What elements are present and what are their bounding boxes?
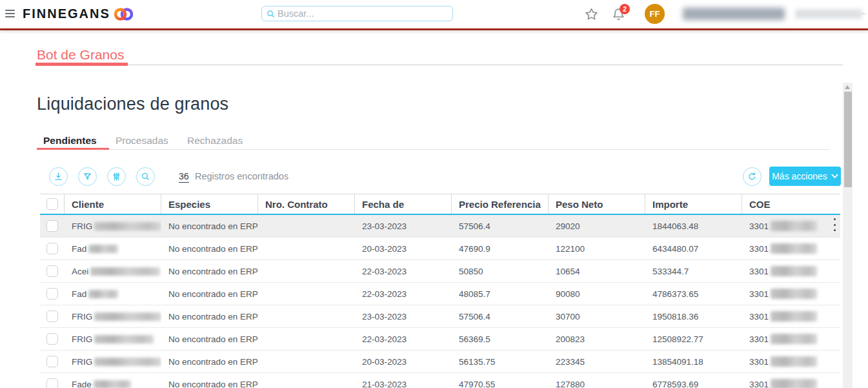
cell-cliente: Fad <box>65 238 161 260</box>
scrollbar-thumb[interactable] <box>844 92 852 187</box>
cell-fecha: 21-03-2023 <box>355 373 452 388</box>
row-checkbox[interactable] <box>46 333 58 345</box>
redacted-client-name <box>90 267 160 276</box>
cell-fecha: 20-03-2023 <box>355 351 452 373</box>
column-header-especies[interactable]: Especies <box>161 194 258 214</box>
redacted-company-name <box>683 8 785 20</box>
table-header-row: Cliente Especies Nro. Contrato Fecha de … <box>40 194 840 215</box>
cell-fecha: 23-03-2023 <box>355 215 452 237</box>
row-checkbox[interactable] <box>46 243 58 254</box>
row-checkbox[interactable] <box>46 311 58 322</box>
redacted-coe <box>771 356 817 367</box>
column-settings-button[interactable] <box>107 167 126 186</box>
cell-peso-neto: 30700 <box>549 305 645 327</box>
scrollbar-up-arrow-icon[interactable] <box>845 85 850 89</box>
vertical-scrollbar[interactable] <box>843 83 853 388</box>
cell-cliente: FRIG <box>65 328 161 350</box>
global-search <box>261 6 453 21</box>
tab-pendientes[interactable]: Pendientes <box>43 135 97 147</box>
cell-especies: No encontrado en ERP <box>161 283 258 305</box>
cell-fecha: 23-03-2023 <box>355 305 452 327</box>
table-row[interactable]: Fade No encontrado en ERP 21-03-2023 479… <box>40 373 840 388</box>
download-icon <box>53 171 64 182</box>
favorites-star-icon[interactable] <box>583 6 600 23</box>
more-actions-button[interactable]: Más acciones <box>769 167 841 186</box>
cell-importe: 6778593.69 <box>645 373 742 388</box>
table-row[interactable]: FRIG No encontrado en ERP 23-03-2023 575… <box>40 215 840 238</box>
cell-fecha: 22-03-2023 <box>355 283 452 305</box>
table-row[interactable]: FRIG No encontrado en ERP 23-03-2023 575… <box>40 305 840 328</box>
filter-button[interactable] <box>78 167 97 186</box>
more-actions-label: Más acciones <box>772 171 827 181</box>
row-checkbox[interactable] <box>46 288 58 300</box>
row-checkbox[interactable] <box>46 220 58 232</box>
filter-funnel-icon <box>82 171 93 182</box>
cell-peso-neto: 200823 <box>549 328 645 350</box>
tab-procesadas[interactable]: Procesadas <box>116 135 168 147</box>
cell-precio-referencia: 47690.9 <box>452 238 549 260</box>
header-divider-line <box>0 28 868 30</box>
redacted-client-name <box>94 358 161 366</box>
cell-coe: 3301 <box>742 215 840 237</box>
cell-importe: 4786373.65 <box>645 283 742 305</box>
column-header-importe[interactable]: Importe <box>645 194 742 214</box>
search-input[interactable] <box>278 8 449 19</box>
column-header-coe[interactable]: COE <box>742 194 840 214</box>
tabs-hairline <box>37 149 830 150</box>
cell-coe: 3301 <box>742 351 840 373</box>
table-row[interactable]: FRIG No encontrado en ERP 22-03-2023 563… <box>40 328 840 351</box>
hamburger-menu-icon[interactable] <box>5 10 15 18</box>
row-checkbox[interactable] <box>46 378 58 388</box>
cell-fecha: 22-03-2023 <box>355 260 452 282</box>
column-header-precio-referencia[interactable]: Precio Referencia <box>452 194 549 214</box>
cell-especies: No encontrado en ERP <box>161 328 258 350</box>
redacted-coe <box>771 221 817 231</box>
download-button[interactable] <box>49 167 68 186</box>
page-tab-bot-de-granos[interactable]: Bot de Granos <box>37 47 124 63</box>
cell-especies: No encontrado en ERP <box>161 238 258 260</box>
notification-count-badge: 2 <box>620 4 630 14</box>
cell-cliente: FRIG <box>65 215 161 237</box>
chevron-down-icon <box>831 174 838 179</box>
search-icon <box>140 171 151 182</box>
table-row[interactable]: Fad No encontrado en ERP 22-03-2023 4808… <box>40 283 840 305</box>
column-header-nro-contrato[interactable]: Nro. Contrato <box>258 194 355 214</box>
tab-rechazadas[interactable]: Rechazadas <box>187 135 243 147</box>
page-tab-active-underline <box>35 63 128 66</box>
cell-importe: 1950818.36 <box>645 305 742 327</box>
cell-peso-neto: 29020 <box>549 215 645 237</box>
cell-cliente: Fade <box>65 373 161 388</box>
cell-precio-referencia: 48085.7 <box>452 283 549 305</box>
cell-nro-contrato <box>258 215 355 237</box>
redacted-coe <box>771 334 817 344</box>
app-window: FINNEGANS <box>0 0 868 388</box>
table-row[interactable]: Acei No encontrado en ERP 22-03-2023 508… <box>40 260 840 283</box>
row-checkbox[interactable] <box>46 265 58 277</box>
cell-nro-contrato <box>258 305 355 327</box>
cell-importe: 13854091.18 <box>645 351 742 373</box>
select-all-checkbox[interactable] <box>46 198 58 210</box>
cell-coe: 3301 <box>742 283 840 305</box>
table-row[interactable]: FRIG No encontrado en ERP 20-03-2023 561… <box>40 351 840 373</box>
tab-active-underline <box>37 148 109 150</box>
cell-cliente: Acei <box>65 260 161 282</box>
table-row[interactable]: Fad No encontrado en ERP 20-03-2023 4769… <box>40 238 840 260</box>
cell-nro-contrato <box>258 351 355 373</box>
redacted-coe <box>771 243 817 254</box>
redacted-coe <box>771 289 817 299</box>
row-actions-kebab-icon[interactable] <box>831 218 838 231</box>
column-header-cliente[interactable]: Cliente <box>65 194 161 214</box>
refresh-button[interactable] <box>743 167 762 186</box>
column-header-fecha[interactable]: Fecha de <box>355 194 452 214</box>
logo-rings-icon <box>114 7 134 21</box>
redacted-coe <box>771 311 817 322</box>
user-avatar[interactable]: FF <box>645 4 665 24</box>
top-app-bar: FINNEGANS <box>0 0 868 28</box>
sliders-icon <box>111 171 122 182</box>
cell-precio-referencia: 47970.55 <box>452 373 549 388</box>
row-checkbox[interactable] <box>46 356 58 367</box>
results-label: Registros encontrados <box>195 171 288 181</box>
cell-peso-neto: 90080 <box>549 283 645 305</box>
column-header-peso-neto[interactable]: Peso Neto <box>549 194 645 214</box>
table-search-button[interactable] <box>136 167 155 186</box>
